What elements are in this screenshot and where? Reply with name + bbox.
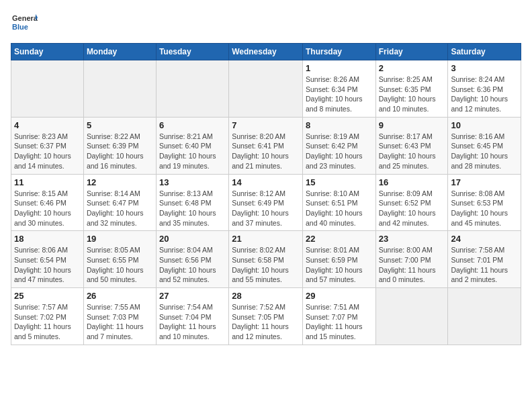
day-cell [156, 60, 228, 118]
day-info: Sunrise: 7:51 AM Sunset: 7:07 PM Dayligh… [306, 302, 373, 342]
weekday-header-row: SundayMondayTuesdayWednesdayThursdayFrid… [11, 44, 521, 60]
weekday-friday: Friday [375, 44, 448, 60]
day-info: Sunrise: 8:26 AM Sunset: 6:34 PM Dayligh… [306, 75, 373, 114]
day-cell: 7Sunrise: 8:20 AM Sunset: 6:41 PM Daylig… [229, 117, 303, 174]
day-info: Sunrise: 8:10 AM Sunset: 6:51 PM Dayligh… [306, 189, 373, 228]
day-number: 25 [14, 291, 81, 301]
day-cell: 22Sunrise: 8:01 AM Sunset: 6:59 PM Dayli… [302, 231, 375, 288]
day-cell [448, 288, 521, 345]
day-number: 6 [159, 120, 226, 130]
day-cell: 21Sunrise: 8:02 AM Sunset: 6:58 PM Dayli… [229, 231, 303, 288]
day-info: Sunrise: 8:21 AM Sunset: 6:40 PM Dayligh… [159, 132, 226, 171]
week-row-5: 25Sunrise: 7:57 AM Sunset: 7:02 PM Dayli… [11, 288, 521, 345]
weekday-wednesday: Wednesday [229, 44, 303, 60]
day-cell [229, 60, 303, 118]
day-cell: 3Sunrise: 8:24 AM Sunset: 6:36 PM Daylig… [448, 60, 521, 118]
day-cell: 10Sunrise: 8:16 AM Sunset: 6:45 PM Dayli… [448, 117, 521, 174]
logo-container: General Blue [11, 11, 38, 38]
day-cell: 24Sunrise: 7:58 AM Sunset: 7:01 PM Dayli… [448, 231, 521, 288]
day-cell: 25Sunrise: 7:57 AM Sunset: 7:02 PM Dayli… [11, 288, 84, 345]
day-info: Sunrise: 8:13 AM Sunset: 6:48 PM Dayligh… [159, 189, 226, 228]
day-info: Sunrise: 8:01 AM Sunset: 6:59 PM Dayligh… [306, 245, 373, 285]
day-number: 5 [87, 120, 153, 130]
day-number: 7 [232, 120, 300, 130]
day-number: 17 [451, 177, 518, 187]
day-cell: 29Sunrise: 7:51 AM Sunset: 7:07 PM Dayli… [302, 288, 375, 345]
day-info: Sunrise: 8:23 AM Sunset: 6:37 PM Dayligh… [14, 132, 81, 171]
day-cell: 8Sunrise: 8:19 AM Sunset: 6:42 PM Daylig… [302, 117, 375, 174]
logo-svg: General Blue [11, 11, 38, 38]
day-number: 8 [306, 120, 373, 130]
weekday-tuesday: Tuesday [156, 44, 228, 60]
day-info: Sunrise: 8:00 AM Sunset: 7:00 PM Dayligh… [379, 245, 445, 285]
day-cell: 27Sunrise: 7:54 AM Sunset: 7:04 PM Dayli… [156, 288, 228, 345]
day-info: Sunrise: 8:15 AM Sunset: 6:46 PM Dayligh… [14, 189, 81, 228]
day-cell: 1Sunrise: 8:26 AM Sunset: 6:34 PM Daylig… [302, 60, 375, 118]
day-cell: 4Sunrise: 8:23 AM Sunset: 6:37 PM Daylig… [11, 117, 84, 174]
week-row-2: 4Sunrise: 8:23 AM Sunset: 6:37 PM Daylig… [11, 117, 521, 174]
day-cell: 20Sunrise: 8:04 AM Sunset: 6:56 PM Dayli… [156, 231, 228, 288]
weekday-sunday: Sunday [11, 44, 84, 60]
day-info: Sunrise: 8:17 AM Sunset: 6:43 PM Dayligh… [379, 132, 445, 171]
day-info: Sunrise: 7:54 AM Sunset: 7:04 PM Dayligh… [159, 302, 226, 342]
calendar-table: SundayMondayTuesdayWednesdayThursdayFrid… [11, 43, 521, 345]
week-row-1: 1Sunrise: 8:26 AM Sunset: 6:34 PM Daylig… [11, 60, 521, 118]
weekday-thursday: Thursday [302, 44, 375, 60]
day-number: 16 [379, 177, 445, 187]
day-cell: 9Sunrise: 8:17 AM Sunset: 6:43 PM Daylig… [375, 117, 448, 174]
day-info: Sunrise: 8:19 AM Sunset: 6:42 PM Dayligh… [306, 132, 373, 171]
day-info: Sunrise: 8:12 AM Sunset: 6:49 PM Dayligh… [232, 189, 300, 228]
day-cell: 15Sunrise: 8:10 AM Sunset: 6:51 PM Dayli… [302, 174, 375, 231]
day-cell: 5Sunrise: 8:22 AM Sunset: 6:39 PM Daylig… [83, 117, 156, 174]
day-cell: 2Sunrise: 8:25 AM Sunset: 6:35 PM Daylig… [375, 60, 448, 118]
day-number: 1 [306, 63, 373, 73]
day-cell: 23Sunrise: 8:00 AM Sunset: 7:00 PM Dayli… [375, 231, 448, 288]
day-number: 11 [14, 177, 81, 187]
svg-text:Blue: Blue [12, 23, 28, 31]
day-info: Sunrise: 7:55 AM Sunset: 7:03 PM Dayligh… [87, 302, 153, 342]
week-row-3: 11Sunrise: 8:15 AM Sunset: 6:46 PM Dayli… [11, 174, 521, 231]
weekday-monday: Monday [83, 44, 156, 60]
day-cell: 6Sunrise: 8:21 AM Sunset: 6:40 PM Daylig… [156, 117, 228, 174]
day-cell [11, 60, 84, 118]
day-number: 19 [87, 234, 153, 244]
day-info: Sunrise: 8:20 AM Sunset: 6:41 PM Dayligh… [232, 132, 300, 171]
calendar-body: 1Sunrise: 8:26 AM Sunset: 6:34 PM Daylig… [11, 60, 521, 345]
day-cell: 28Sunrise: 7:52 AM Sunset: 7:05 PM Dayli… [229, 288, 303, 345]
day-number: 20 [159, 234, 226, 244]
day-number: 18 [14, 234, 81, 244]
day-number: 15 [306, 177, 373, 187]
day-number: 13 [159, 177, 226, 187]
day-number: 9 [379, 120, 445, 130]
day-number: 24 [451, 234, 518, 244]
day-info: Sunrise: 8:02 AM Sunset: 6:58 PM Dayligh… [232, 245, 300, 285]
day-number: 12 [87, 177, 153, 187]
day-info: Sunrise: 8:25 AM Sunset: 6:35 PM Dayligh… [379, 75, 445, 114]
day-info: Sunrise: 7:52 AM Sunset: 7:05 PM Dayligh… [232, 302, 300, 342]
day-cell: 16Sunrise: 8:09 AM Sunset: 6:52 PM Dayli… [375, 174, 448, 231]
day-info: Sunrise: 8:24 AM Sunset: 6:36 PM Dayligh… [451, 75, 518, 114]
day-cell [83, 60, 156, 118]
day-number: 27 [159, 291, 226, 301]
day-number: 2 [379, 63, 445, 73]
day-info: Sunrise: 7:57 AM Sunset: 7:02 PM Dayligh… [14, 302, 81, 342]
day-info: Sunrise: 8:05 AM Sunset: 6:55 PM Dayligh… [87, 245, 153, 285]
day-info: Sunrise: 8:04 AM Sunset: 6:56 PM Dayligh… [159, 245, 226, 285]
day-info: Sunrise: 8:16 AM Sunset: 6:45 PM Dayligh… [451, 132, 518, 171]
svg-text:General: General [12, 14, 38, 22]
day-cell: 12Sunrise: 8:14 AM Sunset: 6:47 PM Dayli… [83, 174, 156, 231]
day-cell: 26Sunrise: 7:55 AM Sunset: 7:03 PM Dayli… [83, 288, 156, 345]
day-number: 3 [451, 63, 518, 73]
day-cell: 19Sunrise: 8:05 AM Sunset: 6:55 PM Dayli… [83, 231, 156, 288]
day-info: Sunrise: 8:22 AM Sunset: 6:39 PM Dayligh… [87, 132, 153, 171]
day-info: Sunrise: 8:14 AM Sunset: 6:47 PM Dayligh… [87, 189, 153, 228]
day-number: 10 [451, 120, 518, 130]
day-number: 28 [232, 291, 300, 301]
day-number: 21 [232, 234, 300, 244]
day-number: 4 [14, 120, 81, 130]
weekday-saturday: Saturday [448, 44, 521, 60]
day-number: 23 [379, 234, 445, 244]
day-number: 26 [87, 291, 153, 301]
day-number: 22 [306, 234, 373, 244]
page-header: General Blue [11, 11, 521, 38]
